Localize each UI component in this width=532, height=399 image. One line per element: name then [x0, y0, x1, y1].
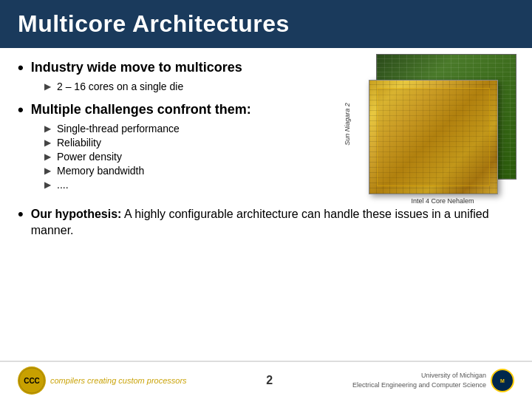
footer-university: University of Michigan Electrical Engine…	[352, 369, 514, 392]
sub-bullet-text-2-1: Single-thread performance	[57, 123, 180, 134]
bullet-main-1: • Industry wide move to multicores	[18, 60, 344, 76]
sun-niagara-label: Sun Niagara 2	[344, 103, 351, 146]
sub-bullet-text-2-4: Memory bandwidth	[57, 165, 144, 177]
chip-stack: Sun Niagara 2 IBM Cell	[369, 54, 516, 194]
slide-title: Multicore Architectures	[18, 10, 514, 38]
content-area: Sun Niagara 2 IBM Cell Intel 4 Core Neha…	[0, 48, 532, 361]
sub-bullet-2-2: ▶ Reliability	[44, 137, 344, 149]
arrow-icon-2-2: ▶	[44, 137, 51, 148]
arrow-icon-2-5: ▶	[44, 180, 51, 190]
sub-bullet-text-2-5: ....	[57, 179, 69, 191]
ccc-logo-icon: CCC	[18, 366, 46, 395]
university-line2: Electrical Engineering and Computer Scie…	[352, 381, 486, 390]
slide: Multicore Architectures Sun Niagara 2 IB…	[0, 0, 532, 399]
hypothesis-dot: •	[18, 206, 24, 222]
sub-bullet-2-5: ▶ ....	[44, 179, 344, 191]
arrow-icon-1: ▶	[44, 81, 51, 92]
university-seal-icon: M	[491, 369, 514, 392]
bullet-text-1: Industry wide move to multicores	[31, 60, 242, 75]
sub-bullet-text-1-1: 2 – 16 cores on a single die	[57, 81, 183, 92]
sub-bullet-2-1: ▶ Single-thread performance	[44, 123, 344, 134]
svg-text:CCC: CCC	[24, 377, 40, 385]
bullet-main-2: • Multiple challenges confront them:	[18, 102, 344, 118]
header: Multicore Architectures	[0, 0, 532, 48]
footer-left: CCC compilers creating custom processors	[18, 366, 187, 395]
hypothesis-prefix: Our hypothesis:	[31, 208, 122, 220]
intel-label: Intel 4 Core Nehalem	[411, 197, 474, 205]
footer-logo: CCC compilers creating custom processors	[18, 366, 187, 395]
sub-bullet-2-4: ▶ Memory bandwidth	[44, 165, 344, 177]
sub-bullet-1-1: ▶ 2 – 16 cores on a single die	[44, 81, 344, 92]
sub-bullets-1: ▶ 2 – 16 cores on a single die	[44, 81, 344, 92]
sub-bullets-2: ▶ Single-thread performance ▶ Reliabilit…	[44, 123, 344, 191]
chip-front	[369, 80, 498, 194]
footer: CCC compilers creating custom processors…	[0, 361, 532, 399]
sub-bullet-text-2-3: Power density	[57, 151, 122, 163]
university-line1: University of Michigan	[352, 371, 486, 381]
footer-tagline: compilers creating custom processors	[50, 376, 187, 385]
arrow-icon-2-1: ▶	[44, 123, 51, 134]
arrow-icon-2-3: ▶	[44, 151, 51, 162]
chip-image-area: Sun Niagara 2 IBM Cell Intel 4 Core Neha…	[365, 54, 520, 216]
sub-bullet-text-2-2: Reliability	[57, 137, 101, 149]
bullet-text-2: Multiple challenges confront them:	[31, 102, 251, 117]
arrow-icon-2-4: ▶	[44, 166, 51, 176]
sub-bullet-2-3: ▶ Power density	[44, 151, 344, 163]
footer-university-text: University of Michigan Electrical Engine…	[352, 371, 486, 389]
bullet-dot-2: •	[18, 102, 24, 118]
bullet-dot-1: •	[18, 60, 24, 76]
footer-page-number: 2	[266, 374, 273, 387]
